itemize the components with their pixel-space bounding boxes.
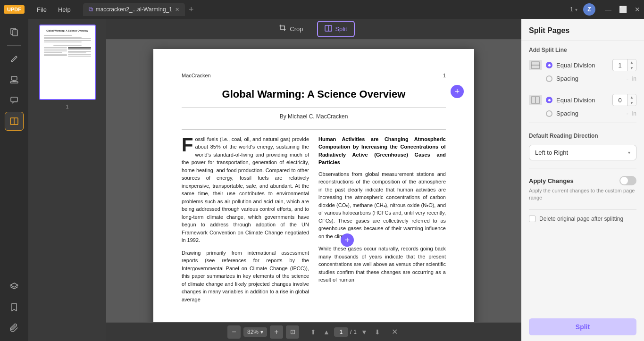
minimize-button[interactable]: — bbox=[605, 6, 611, 13]
sidebar-icon-comment[interactable] bbox=[5, 91, 24, 110]
delete-original-row: Delete original page after splitting bbox=[521, 214, 644, 224]
fit-page-button[interactable]: ⊡ bbox=[286, 325, 299, 339]
add-tab-button[interactable]: + bbox=[185, 5, 198, 15]
equal-division-arrows-1: ▲ ▼ bbox=[627, 59, 636, 71]
rp-divider-1 bbox=[529, 88, 636, 88]
apply-changes-title: Apply Changes bbox=[529, 177, 574, 184]
equal-division-label-2: Equal Division bbox=[556, 97, 609, 104]
nav-prev-button[interactable]: ▲ bbox=[321, 326, 332, 338]
spacing-unit-2: in bbox=[632, 110, 636, 117]
version-chevron[interactable]: ▾ bbox=[575, 7, 577, 12]
equal-division-input-1[interactable]: 1 ▲ ▼ bbox=[612, 59, 636, 71]
eq-div-up-arrow-1[interactable]: ▲ bbox=[627, 59, 636, 65]
zoom-value: 82% bbox=[247, 329, 259, 335]
eq-div-down-arrow-2[interactable]: ▼ bbox=[627, 100, 636, 106]
rp-divider-3 bbox=[529, 168, 636, 168]
tab-close-icon[interactable]: ✕ bbox=[175, 7, 179, 13]
pdf-header-page: 1 bbox=[443, 73, 446, 78]
nav-next-button[interactable]: ▼ bbox=[359, 326, 370, 338]
menu-help[interactable]: Help bbox=[53, 4, 75, 15]
equal-division-radio-1[interactable] bbox=[546, 62, 552, 68]
apply-changes-toggle[interactable] bbox=[619, 176, 636, 185]
crop-icon bbox=[279, 25, 287, 33]
nav-first-button[interactable]: ⬆ bbox=[308, 326, 319, 338]
close-nav-button[interactable]: ✕ bbox=[389, 326, 400, 338]
svg-rect-5 bbox=[11, 97, 17, 102]
eq-div-down-arrow-1[interactable]: ▼ bbox=[627, 65, 636, 71]
document-area: + MacCracken 1 Global Warming: A Science… bbox=[106, 40, 521, 322]
eq-div-up-arrow-2[interactable]: ▲ bbox=[627, 94, 636, 100]
maximize-button[interactable]: ⬜ bbox=[619, 6, 627, 13]
pdf-body: Fossil fuels (i.e., coal, oil, and natur… bbox=[182, 135, 446, 304]
spacing-value-1: - bbox=[627, 75, 628, 82]
equal-division-input-2[interactable]: 0 ▲ ▼ bbox=[612, 94, 636, 106]
split-button[interactable]: Split bbox=[317, 21, 354, 37]
apply-changes-section: Apply Changes Apply the current changes … bbox=[521, 172, 644, 206]
app-body: Global Warming: A Science Overview bbox=[0, 19, 644, 341]
split-apply-button[interactable]: Split bbox=[529, 318, 636, 335]
sidebar-icon-stamp[interactable] bbox=[5, 70, 24, 89]
add-split-line-label: Add Split Line bbox=[521, 41, 644, 57]
drop-cap: F bbox=[182, 137, 193, 152]
right-panel-title: Split Pages bbox=[521, 19, 644, 41]
pdf-author-divider bbox=[182, 129, 446, 130]
active-tab[interactable]: ⧉ maccracken2_...al-Warming_1 ✕ bbox=[83, 3, 185, 16]
pdf-title: Global Warming: A Science Overview bbox=[182, 88, 446, 101]
main-content: Crop Split + MacCracken 1 bbox=[106, 19, 521, 341]
thumbnail-page-1[interactable]: Global Warming: A Science Overview bbox=[39, 25, 96, 100]
menu-file[interactable]: File bbox=[32, 4, 51, 15]
zoom-in-button[interactable]: + bbox=[270, 325, 283, 339]
pdf-page: MacCracken 1 Global Warming: A Science O… bbox=[153, 49, 474, 322]
page-navigation: ⬆ ▲ / 1 ▼ ⬇ ✕ bbox=[308, 326, 400, 338]
sidebar-icon-layers[interactable] bbox=[5, 277, 24, 296]
vertical-split-icon bbox=[529, 95, 542, 105]
pdf-para-1: Fossil fuels (i.e., coal, oil, and natur… bbox=[182, 135, 309, 244]
direction-dropdown[interactable]: Left to Right ▾ bbox=[529, 145, 636, 160]
toggle-knob bbox=[620, 177, 628, 184]
window-controls: — ⬜ ✕ bbox=[605, 6, 640, 13]
nav-last-button[interactable]: ⬇ bbox=[372, 326, 383, 338]
add-split-top-button[interactable]: + bbox=[451, 85, 464, 98]
spacing-label-2: Spacing bbox=[556, 110, 623, 117]
pdf-col2-para1: Observations from global measurement sta… bbox=[318, 170, 446, 241]
left-sidebar bbox=[0, 19, 28, 341]
split-btn-container: Split bbox=[521, 313, 644, 341]
app-logo: UPDF bbox=[4, 5, 25, 14]
crop-button[interactable]: Crop bbox=[273, 22, 309, 36]
titlebar-right: 1 ▾ Z — ⬜ ✕ bbox=[570, 3, 640, 16]
equal-division-radio-2[interactable] bbox=[546, 97, 552, 103]
svg-rect-2 bbox=[11, 76, 17, 80]
direction-value: Left to Right bbox=[535, 149, 568, 156]
direction-section-label: Default Reading Direction bbox=[521, 127, 644, 143]
sidebar-icon-attachment[interactable] bbox=[5, 318, 24, 337]
rp-divider-2 bbox=[529, 123, 636, 123]
version-badge: 1 ▾ bbox=[570, 6, 577, 13]
sidebar-icon-pages[interactable] bbox=[5, 23, 24, 42]
pdf-col2-para2: While these gases occur naturally, recor… bbox=[318, 245, 446, 284]
spacing-row-1: Spacing - in bbox=[521, 73, 644, 84]
crop-label: Crop bbox=[290, 25, 303, 33]
pdf-title-divider bbox=[182, 107, 446, 108]
equal-division-value-1: 1 bbox=[613, 60, 627, 70]
spacing-row-2: Spacing - in bbox=[521, 108, 644, 119]
sidebar-icon-edit[interactable] bbox=[5, 50, 24, 68]
add-split-mid-button[interactable]: + bbox=[341, 233, 354, 247]
split-row-1: Equal Division 1 ▲ ▼ bbox=[521, 57, 644, 73]
pdf-header-author: MacCracken bbox=[182, 73, 211, 78]
direction-chevron-icon: ▾ bbox=[628, 150, 630, 155]
page-current-input[interactable] bbox=[334, 327, 348, 337]
zoom-out-button[interactable]: − bbox=[227, 325, 241, 339]
delete-original-checkbox[interactable] bbox=[529, 216, 535, 222]
zoom-dropdown-icon: ▾ bbox=[260, 329, 263, 335]
spacing-radio-2[interactable] bbox=[546, 110, 552, 117]
close-button[interactable]: ✕ bbox=[635, 6, 640, 13]
sidebar-icon-bookmark[interactable] bbox=[5, 298, 24, 316]
right-panel: Split Pages Add Split Line Equal Divisio… bbox=[521, 19, 644, 341]
sidebar-icon-split[interactable] bbox=[5, 112, 24, 131]
avatar[interactable]: Z bbox=[583, 3, 595, 16]
apply-changes-header: Apply Changes bbox=[529, 176, 636, 185]
zoom-display[interactable]: 82% ▾ bbox=[243, 327, 267, 337]
horizontal-split-icon bbox=[529, 60, 542, 70]
spacing-radio-1[interactable] bbox=[546, 75, 552, 82]
pdf-section-heading: Human Activities are Changing Atmospheri… bbox=[318, 135, 446, 166]
